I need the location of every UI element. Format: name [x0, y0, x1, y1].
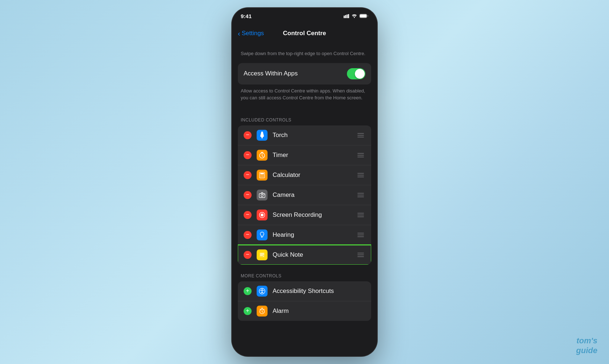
minus-icon: − [246, 152, 249, 158]
minus-icon: − [246, 172, 249, 178]
screen-recording-label: Screen Recording [273, 211, 356, 219]
more-controls-list: + Accessibility Shortcuts + Alarm [238, 281, 371, 321]
list-item[interactable]: − Screen Recording [238, 205, 371, 225]
drag-handle[interactable] [356, 231, 365, 239]
svg-point-12 [263, 175, 264, 176]
list-item[interactable]: − Calculator [238, 165, 371, 185]
remove-timer-button[interactable]: − [244, 151, 252, 159]
calculator-icon [257, 170, 268, 181]
quick-note-label: Quick Note [273, 251, 356, 258]
phone-frame: 9:41 ‹ Settings Control Centre Swipe dow… [232, 8, 377, 356]
page-title: Control Centre [283, 30, 326, 37]
status-bar: 9:41 [232, 8, 377, 24]
back-label: Settings [242, 30, 264, 37]
scroll-content[interactable]: Swipe down from the top-right edge to op… [232, 43, 377, 356]
svg-rect-6 [360, 15, 367, 18]
torch-icon [257, 130, 268, 141]
alarm-label: Alarm [273, 307, 365, 315]
bottom-spacer [232, 324, 377, 338]
svg-point-10 [261, 175, 261, 176]
back-chevron-icon: ‹ [238, 29, 240, 38]
svg-point-17 [261, 194, 263, 197]
remove-calculator-button[interactable]: − [244, 171, 252, 179]
svg-point-18 [264, 194, 265, 195]
minus-icon: − [246, 212, 249, 218]
svg-point-15 [263, 177, 264, 177]
minus-icon: − [246, 252, 249, 257]
minus-icon: − [246, 132, 249, 138]
hearing-icon [257, 229, 268, 240]
calculator-label: Calculator [273, 171, 356, 179]
add-alarm-button[interactable]: + [244, 307, 252, 315]
watermark: tom's guide [576, 336, 597, 355]
camera-icon [257, 190, 268, 200]
status-icons [344, 14, 368, 18]
svg-rect-1 [345, 15, 346, 18]
access-within-apps-row[interactable]: Access Within Apps [238, 63, 371, 84]
alarm-icon [257, 306, 268, 317]
remove-camera-button[interactable]: − [244, 191, 252, 199]
more-controls-header: MORE CONTROLS [232, 268, 377, 281]
remove-quick-note-button[interactable]: − [244, 251, 252, 259]
svg-point-4 [354, 17, 355, 18]
drag-handle[interactable] [356, 211, 365, 219]
included-controls-section: INCLUDED CONTROLS − Torch [232, 112, 377, 265]
torch-label: Torch [273, 132, 356, 139]
more-controls-section: MORE CONTROLS + Accessibility Shortcuts … [232, 268, 377, 321]
list-item[interactable]: + Alarm [238, 301, 371, 321]
toggle-section: Access Within Apps Allow access to Contr… [232, 63, 377, 109]
status-time: 9:41 [241, 13, 252, 19]
remove-screen-recording-button[interactable]: − [244, 211, 252, 219]
toggle-description: Allow access to Control Centre within ap… [232, 84, 377, 109]
remove-hearing-button[interactable]: − [244, 231, 252, 239]
list-item[interactable]: − Torch [238, 125, 371, 145]
list-item[interactable]: − Camera [238, 185, 371, 205]
minus-icon: − [246, 192, 249, 198]
svg-point-11 [262, 175, 262, 176]
add-accessibility-button[interactable]: + [244, 287, 252, 295]
svg-point-20 [261, 214, 264, 216]
list-item[interactable]: − Timer [238, 145, 371, 165]
minus-icon: − [246, 232, 249, 237]
drag-handle[interactable] [356, 171, 365, 179]
svg-point-14 [262, 177, 262, 177]
svg-rect-9 [260, 173, 264, 174]
access-within-apps-toggle[interactable] [347, 68, 365, 79]
plus-icon: + [246, 288, 249, 294]
svg-rect-0 [344, 16, 345, 18]
svg-rect-2 [347, 15, 348, 18]
list-item-quick-note[interactable]: − Quick Note [238, 245, 371, 265]
top-description: Swipe down from the top-right edge to op… [232, 43, 377, 63]
accessibility-icon [257, 286, 268, 297]
toggle-label: Access Within Apps [244, 70, 298, 77]
timer-icon [257, 150, 268, 161]
toggle-knob [355, 69, 365, 79]
camera-label: Camera [273, 191, 356, 199]
list-item[interactable]: + Accessibility Shortcuts [238, 281, 371, 301]
back-button[interactable]: ‹ Settings [238, 29, 264, 38]
accessibility-shortcuts-label: Accessibility Shortcuts [273, 288, 365, 295]
hearing-label: Hearing [273, 231, 356, 239]
timer-label: Timer [273, 152, 356, 159]
quick-note-icon [257, 249, 268, 260]
svg-point-23 [262, 289, 263, 290]
included-controls-list: − Torch − [238, 125, 371, 265]
remove-torch-button[interactable]: − [244, 131, 252, 139]
screen-recording-icon [257, 210, 268, 220]
included-controls-header: INCLUDED CONTROLS [232, 112, 377, 125]
svg-rect-3 [348, 14, 349, 18]
drag-handle[interactable] [356, 191, 365, 199]
svg-point-13 [261, 177, 261, 177]
svg-rect-21 [260, 252, 265, 257]
drag-handle[interactable] [356, 251, 365, 258]
plus-icon: + [246, 308, 249, 314]
drag-handle[interactable] [356, 132, 365, 139]
nav-header: ‹ Settings Control Centre [232, 24, 377, 43]
drag-handle[interactable] [356, 152, 365, 159]
list-item[interactable]: − Hearing [238, 225, 371, 245]
